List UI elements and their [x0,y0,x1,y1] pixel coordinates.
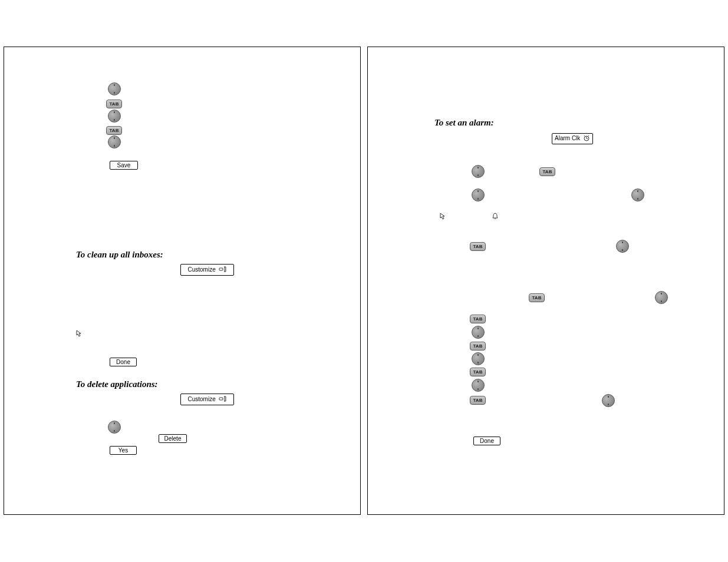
yes-button[interactable]: Yes [110,446,137,455]
alarm-clk-button[interactable]: Alarm Clk [552,133,593,144]
roller-icon [602,394,615,407]
heading-set-alarm: To set an alarm: [434,118,494,128]
roller-icon [472,165,485,178]
tab-key-icon: TAB [106,100,122,108]
roller-icon [108,110,121,123]
roller-icon [472,379,485,392]
cursor-arrow-icon [76,329,83,336]
tab-key-icon: TAB [470,242,486,251]
wrench-icon [219,395,227,404]
tab-key-icon: TAB [106,126,122,135]
heading-delete-applications: To delete applications: [76,379,158,389]
roller-icon [472,189,485,201]
tab-key-icon: TAB [470,396,486,405]
customize-label: Customize [187,266,215,273]
customize-button[interactable]: Customize [180,394,234,405]
roller-icon [631,189,644,201]
bell-icon [492,211,499,219]
done-button[interactable]: Done [110,358,137,366]
roller-icon [655,291,668,304]
roller-icon [616,240,629,253]
roller-icon [108,82,121,95]
roller-icon [472,352,485,365]
alarm-clk-label: Alarm Clk [555,135,580,141]
wrench-icon [219,266,227,274]
tab-key-icon: TAB [529,293,545,302]
delete-button[interactable]: Delete [159,434,187,443]
svg-rect-0 [219,268,223,270]
tab-key-icon: TAB [470,368,486,376]
roller-icon [472,326,485,339]
roller-icon [108,421,121,434]
page-left: TAB TAB Save To clean up all inboxes: Cu… [4,47,361,515]
tab-key-icon: TAB [470,342,486,351]
save-button[interactable]: Save [110,161,138,170]
done-button[interactable]: Done [473,437,500,445]
page-right: To set an alarm: Alarm Clk TAB TAB TAB T… [367,47,724,515]
customize-label: Customize [187,396,215,402]
roller-icon [108,135,121,148]
svg-rect-1 [219,398,223,400]
tab-key-icon: TAB [539,167,555,176]
alarm-clock-icon [583,135,590,143]
heading-cleanup-inboxes: To clean up all inboxes: [76,250,163,260]
cursor-arrow-icon [440,211,447,219]
tab-key-icon: TAB [470,315,486,323]
customize-button[interactable]: Customize [180,264,234,276]
